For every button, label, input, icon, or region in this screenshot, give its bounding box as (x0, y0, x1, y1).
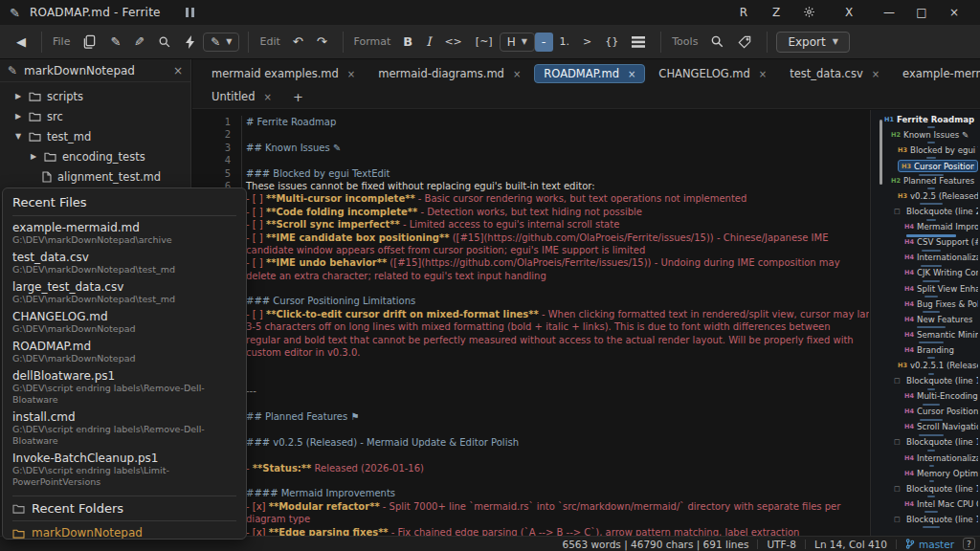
cursor-position[interactable]: Ln 14, Col 410 (814, 539, 887, 550)
recent-file-test_data.csv[interactable]: test_data.csvG:\DEV\markDownNotepad\test… (12, 251, 236, 276)
outline-item-row: H3v0.2.5 (Released) -... (898, 190, 978, 201)
outline-item[interactable]: □Blockquote (line 12... (884, 437, 978, 452)
tree-item-scripts[interactable]: ▶scripts (0, 86, 190, 106)
help-button[interactable]: ? (963, 538, 975, 550)
outline-item[interactable]: H4Memory Optimization (884, 468, 978, 483)
chevron-down-icon[interactable]: ▼ (13, 132, 23, 141)
back-button[interactable]: ◀ (10, 33, 33, 52)
tree-item-src[interactable]: ▶src (0, 106, 190, 126)
outline-scrollbar-thumb[interactable] (880, 120, 882, 185)
outline-item[interactable]: □Blockquote (line 22) (884, 207, 978, 222)
tree-item-alignment_test.md[interactable]: alignment_test.md (0, 166, 190, 187)
minimize-button[interactable]: — (873, 6, 905, 19)
recent-file-Invoke-BatchCleanup.ps1[interactable]: Invoke-BatchCleanup.ps1G:\DEV\script end… (12, 452, 236, 488)
export-button[interactable]: Export▼ (776, 32, 849, 53)
quick-action-lightning-icon[interactable] (178, 33, 203, 51)
tab-example-mermaid.md[interactable]: example-mermaid.md× (893, 64, 980, 83)
outline-item[interactable]: H4Mermaid Improvements (884, 222, 978, 237)
code-block-button[interactable]: {} (598, 33, 625, 52)
recent-file-CHANGELOG.md[interactable]: CHANGELOG.mdG:\DEV\markDownNotepad (12, 310, 236, 335)
outline-item[interactable]: H4CSV Support (#19) (884, 237, 978, 253)
tab-mermaid-diagrams.md[interactable]: mermaid-diagrams.md× (368, 64, 530, 83)
outline-item[interactable]: H4New Features (884, 314, 978, 329)
italic-button[interactable]: I (419, 33, 437, 52)
close-button[interactable]: × (938, 6, 970, 19)
inline-code-button[interactable]: <> (437, 33, 468, 52)
tree-item-label: src (47, 110, 63, 123)
outline-item[interactable]: H4Branding (884, 344, 978, 360)
tab-close-icon[interactable]: × (759, 69, 767, 79)
chevron-right-icon[interactable]: ▶ (29, 152, 38, 161)
tree-item-encoding_tests[interactable]: ▶encoding_tests (0, 146, 190, 166)
titlebar-r-button[interactable]: R (727, 6, 760, 19)
outline-item[interactable]: H2Planned Features ⚑ (884, 175, 978, 190)
numbered-list-button[interactable]: 1. (553, 33, 577, 52)
outline-item[interactable]: H4Split View Enhancem... (884, 283, 978, 298)
outline-item[interactable]: H2Known Issues ✎ (884, 129, 978, 144)
recent-file-ROADMAP.md[interactable]: ROADMAP.mdG:\DEV\markDownNotepad (12, 340, 236, 364)
outline-item[interactable]: H4CJK Writing Convent... (884, 268, 978, 283)
tab-close-icon[interactable]: × (264, 92, 272, 102)
recent-folder-markDownNotepad[interactable]: markDownNotepadG:\DEV (12, 526, 236, 540)
pause-icon[interactable] (186, 8, 194, 17)
save-mode-dropdown[interactable]: ✎▼ (203, 33, 239, 52)
bold-button[interactable]: B (396, 33, 419, 52)
new-tab-button[interactable]: + (285, 90, 311, 104)
strikethrough-button[interactable]: [~] (469, 33, 500, 52)
outline-item[interactable]: H3Cursor Positioning ... (884, 160, 978, 175)
recent-file-example-mermaid.md[interactable]: example-mermaid.mdG:\DEV\markDownNotepad… (12, 221, 236, 246)
heading-level-badge: H4 (904, 346, 917, 354)
chevron-right-icon[interactable]: ▶ (13, 112, 23, 121)
outline-item[interactable]: □Blockquote (line 13... (884, 483, 978, 498)
tab-mermaid examples.md[interactable]: mermaid examples.md× (202, 64, 365, 83)
table-icon[interactable] (625, 34, 652, 50)
tab-close-icon[interactable]: × (347, 69, 355, 79)
outline-item[interactable]: H3Blocked by egui Tex... (884, 144, 978, 160)
recent-file-dellBloatware.ps1[interactable]: dellBloatware.ps1G:\DEV\script endring l… (12, 369, 236, 406)
file-search-icon[interactable] (151, 33, 178, 51)
tab-CHANGELOG.md[interactable]: CHANGELOG.md× (649, 64, 776, 83)
editor-span: **Modular refactor** (269, 501, 380, 512)
recent-file-install.cmd[interactable]: install.cmdG:\DEV\script endring labels\… (12, 410, 236, 447)
outline-item[interactable]: H4Multi-Encoding File... (884, 391, 978, 407)
outline-item[interactable]: H4Internationalization (884, 452, 978, 468)
outline-item[interactable]: H1Ferrite Roadmap (884, 114, 978, 129)
outline-item[interactable]: □Blockquote (line 14... (884, 514, 978, 529)
chevron-right-icon[interactable]: ▶ (13, 92, 23, 100)
outline-item[interactable]: □Blockquote (line 10... (884, 376, 978, 391)
tab-close-icon[interactable]: × (872, 69, 880, 79)
git-branch-indicator[interactable]: master (905, 539, 954, 550)
bullet-list-button[interactable]: - (535, 33, 553, 52)
heading-dropdown[interactable]: H▼ (500, 33, 535, 52)
titlebar-x-button[interactable]: X (833, 6, 865, 19)
new-file-pen-icon[interactable]: ✎ (103, 33, 127, 52)
outline-item[interactable]: H4Intel Mac CPU Optim... (884, 498, 978, 514)
open-file-icon[interactable] (76, 33, 103, 51)
maximize-button[interactable]: □ (905, 6, 938, 19)
tab-close-icon[interactable]: × (513, 69, 521, 79)
outline-item[interactable]: H4Internationalizatio... (884, 253, 978, 268)
encoding-indicator[interactable]: UTF-8 (767, 539, 796, 550)
tab-ROADMAP.md[interactable]: ROADMAP.md× (534, 64, 645, 83)
recent-file-large_test_data.csv[interactable]: large_test_data.csvG:\DEV\markDownNotepa… (12, 280, 236, 305)
outline-item[interactable]: H3v0.2.5 (Released) -... (884, 190, 978, 206)
outline-item[interactable]: H3v0.2.5.1 (Released)... (884, 361, 978, 376)
settings-gear-icon[interactable] (792, 6, 825, 19)
outline-item[interactable]: H4Bug Fixes & Polish (884, 298, 978, 314)
tab-Untitled[interactable]: Untitled× (202, 87, 281, 106)
tab-close-icon[interactable]: × (628, 69, 635, 79)
tag-icon[interactable] (731, 33, 758, 51)
markdown-editor[interactable]: 1# Ferrite Roadmap23## Known Issues ✎45#… (192, 110, 869, 536)
outline-item[interactable]: H4Cursor Positioning ... (884, 407, 978, 422)
blockquote-button[interactable]: > (576, 33, 598, 52)
tree-item-test_md[interactable]: ▼test_md (0, 126, 190, 146)
tools-search-icon[interactable] (703, 33, 731, 51)
undo-icon[interactable]: ↶ (286, 33, 310, 52)
save-pen-icon[interactable]: ✎ (127, 33, 151, 52)
titlebar-z-button[interactable]: Z (760, 6, 792, 19)
redo-icon[interactable]: ↷ (310, 33, 334, 52)
outline-item[interactable]: H4Scroll Navigation A... (884, 422, 978, 437)
outline-item[interactable]: H4Semantic Minimap (884, 329, 978, 344)
sidebar-close-icon[interactable]: × (173, 64, 183, 77)
tab-test_data.csv[interactable]: test_data.csv× (780, 64, 889, 83)
